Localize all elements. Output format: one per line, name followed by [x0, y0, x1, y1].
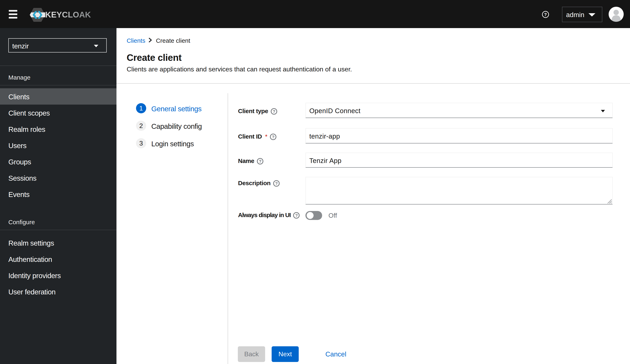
svg-text:?: ?: [275, 181, 278, 186]
svg-text:?: ?: [295, 213, 298, 218]
svg-text:?: ?: [272, 134, 274, 139]
svg-text:?: ?: [259, 159, 261, 164]
svg-text:?: ?: [273, 109, 275, 114]
svg-text:?: ?: [544, 12, 547, 17]
